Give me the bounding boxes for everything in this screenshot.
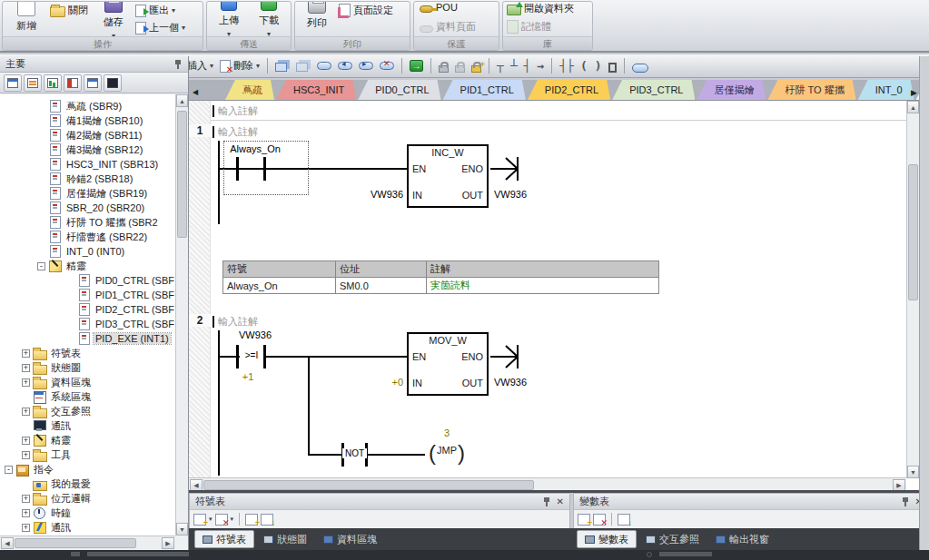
tree-item[interactable]: 我的最愛 [0, 476, 175, 491]
expand-toggle-icon[interactable] [22, 451, 30, 459]
apply-variables-icon[interactable]: ↓ [618, 514, 630, 526]
print-button[interactable]: 列印 [297, 1, 337, 30]
tree-item[interactable]: 備1揭燴 (SBR10) [0, 113, 175, 128]
variable-table-panel-header[interactable]: 變數表 ✕ [574, 494, 928, 510]
tree-item[interactable]: 備3揭燴 (SBR12) [0, 142, 175, 157]
add-symbol-icon[interactable]: + [193, 514, 206, 526]
chevron-down-icon[interactable]: ▾ [256, 62, 260, 70]
network-comment[interactable]: 輸入註解 [212, 125, 258, 139]
chevron-down-icon[interactable]: ▾ [209, 516, 212, 523]
expand-toggle-icon[interactable] [5, 466, 13, 474]
ladder-canvas[interactable]: 輸入註解 1 輸入註解 Always_On INC_W EN ENO IN OU… [189, 101, 906, 478]
pou-tab[interactable]: 蔦疏 [225, 80, 274, 100]
tree-item[interactable]: INT_0 (INT0) [0, 244, 175, 259]
chevron-down-icon[interactable]: ▾ [182, 24, 185, 32]
cascade-windows-button[interactable] [273, 57, 292, 75]
pou-tab[interactable]: PID0_CTRL [358, 80, 440, 100]
in-operand[interactable]: VW936 [361, 189, 403, 200]
scrollbar-thumb[interactable] [177, 111, 187, 238]
tree-item[interactable]: 狀態圖 [0, 360, 175, 375]
scroll-up-button[interactable]: ▲ [907, 101, 919, 113]
symbol-table-panel-header[interactable]: 符號表 ✕ [190, 494, 569, 510]
expand-toggle-icon[interactable] [22, 364, 30, 372]
apply-symbols-icon[interactable]: ↓ [261, 514, 273, 526]
chevron-down-icon[interactable]: ▾ [172, 6, 175, 15]
communications-icon[interactable] [104, 74, 122, 92]
delete-network-button[interactable]: ✕ 刪除 ▾ [218, 57, 262, 75]
compare-operand-label[interactable]: VW936 [216, 329, 294, 340]
tree-item[interactable]: 位元邏輯 [0, 491, 175, 506]
expand-toggle-icon[interactable] [22, 378, 30, 387]
chevron-down-icon[interactable]: ▾ [231, 516, 234, 523]
not-contact-label[interactable]: NOT [342, 448, 367, 458]
pou-tab[interactable]: 杅阱 TO 耀攜 [767, 80, 855, 100]
program-block-icon[interactable] [4, 74, 22, 92]
tree-item[interactable]: 蔦疏 (SBR9) [0, 99, 175, 113]
pou-tab[interactable]: PID1_CTRL [443, 80, 526, 100]
tree-item[interactable]: PID3_CTRL (SBF [0, 317, 175, 331]
sidebar-vertical-scrollbar[interactable]: ▲ ▼ [175, 94, 188, 535]
tree-item[interactable]: 指令 [0, 462, 175, 476]
pou-tab[interactable]: PID3_CTRL [612, 80, 695, 100]
chevron-down-icon[interactable]: ▾ [210, 62, 213, 70]
pin-icon[interactable] [543, 496, 551, 506]
new-button[interactable]: 新增 [6, 1, 46, 33]
bookmark-clear-button[interactable]: ✕ [378, 57, 396, 75]
symbol-table-icon[interactable] [24, 74, 42, 92]
compare-operator[interactable]: >=I [240, 350, 263, 360]
insert-box-tool[interactable] [607, 57, 618, 75]
insert-contact-tool[interactable]: ┤├ [558, 57, 576, 75]
tree-item[interactable]: 通訊 [0, 520, 175, 535]
close-icon[interactable]: ✕ [557, 497, 564, 506]
tree-item[interactable]: 居僅揭燴 (SBR19) [0, 186, 175, 201]
jmp-coil[interactable]: (JMP) [423, 441, 470, 467]
tree-item[interactable]: PID1_CTRL (SBF [0, 288, 175, 302]
expand-toggle-icon[interactable] [22, 495, 30, 503]
bottom-tab[interactable]: 交互參照 [638, 530, 707, 548]
editor-vertical-scrollbar[interactable]: ▲ ▼ [906, 101, 919, 478]
tree-item[interactable]: HSC3_INIT (SBR13) [0, 157, 175, 172]
pou-tab[interactable]: PID2_CTRL [528, 80, 610, 100]
in-operand[interactable]: +0 [367, 377, 403, 388]
branch-down-tool[interactable]: ┬ [495, 57, 506, 75]
tree-item[interactable]: 精靈 [0, 433, 175, 447]
scroll-right-button[interactable]: ▶ [162, 537, 174, 549]
save-button[interactable]: 儲存 ▾ [94, 1, 133, 40]
expand-toggle-icon[interactable] [37, 262, 45, 270]
tree-item[interactable]: PID_EXE (INT1) [0, 331, 175, 346]
address-tag-tool[interactable] [630, 57, 650, 75]
tree-item[interactable]: 系統區塊 [0, 389, 175, 404]
tree-item[interactable]: 通訊 [0, 418, 175, 433]
pou-protect-button[interactable]: POU [420, 2, 458, 13]
pou-tab[interactable]: 居僅揭燴 [697, 80, 766, 100]
jmp-target-label[interactable]: 3 [423, 427, 470, 438]
goto-button[interactable]: → [408, 57, 425, 75]
scrollbar-thumb[interactable] [203, 480, 534, 490]
tree-item[interactable]: 聆錨2 (SBR18) [0, 172, 175, 186]
pin-icon[interactable] [902, 496, 910, 506]
tile-windows-button[interactable] [294, 57, 312, 75]
out-operand[interactable]: VW936 [494, 377, 539, 388]
ribbon-upload-button[interactable]: 上傳 ▾ [209, 1, 249, 38]
tab-scroll-left-button[interactable]: ◀ [189, 85, 202, 100]
tab-scroll-right-button[interactable]: ▶ [911, 88, 917, 97]
status-chart-icon[interactable] [44, 74, 62, 92]
scroll-down-button[interactable]: ▼ [176, 523, 188, 535]
scroll-up-button[interactable]: ▲ [176, 94, 188, 107]
tree-item[interactable]: PID2_CTRL (SBF [0, 302, 175, 317]
expand-toggle-icon[interactable] [22, 408, 30, 416]
line-right-tool[interactable]: → [536, 57, 547, 75]
bookmark-toggle-button[interactable] [315, 57, 333, 75]
scroll-down-button[interactable]: ▼ [907, 466, 919, 478]
network-number[interactable]: 2 [189, 314, 211, 327]
pou-tab[interactable]: HSC3_INIT [276, 80, 356, 100]
close-button[interactable]: 關閉 [50, 4, 88, 17]
export-button[interactable]: 匯出 ▾ [135, 4, 175, 17]
system-block-icon[interactable] [84, 74, 102, 92]
pou-comment[interactable]: 輸入註解 [212, 104, 258, 118]
symbol-table-row[interactable]: Always_On SM0.0 実箇読料 [223, 278, 659, 294]
ribbon-download-button[interactable]: 下載 ▾ [249, 1, 289, 38]
bottom-tab[interactable]: 輸出視窗 [708, 530, 776, 548]
scroll-left-button[interactable]: ◀ [1, 537, 14, 549]
page-setup-button[interactable]: 頁面設定 [339, 4, 393, 17]
